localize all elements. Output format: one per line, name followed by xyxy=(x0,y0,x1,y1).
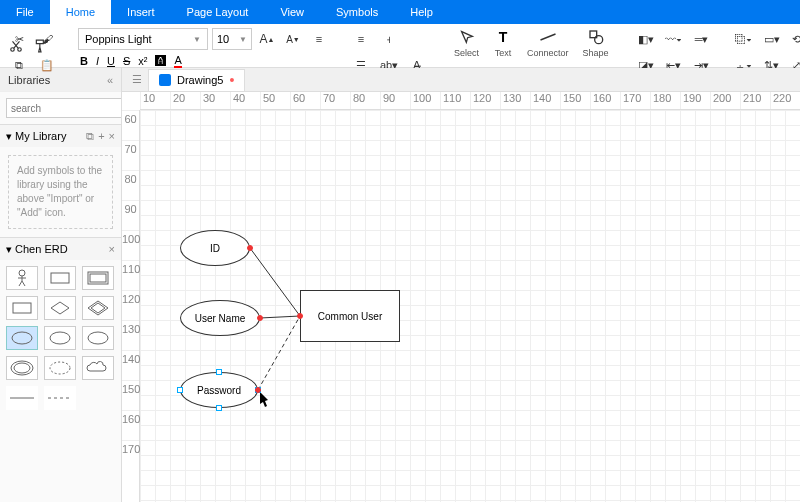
svg-line-21 xyxy=(250,248,300,316)
svg-line-22 xyxy=(260,316,300,318)
menu-view[interactable]: View xyxy=(264,0,320,24)
document-tabs: ☰ Drawing5 • xyxy=(122,68,800,92)
rotate-icon[interactable]: ⟲▾ xyxy=(789,28,800,50)
shape-cloud[interactable] xyxy=(82,356,114,380)
menu-file[interactable]: File xyxy=(0,0,50,24)
linespacing-icon[interactable]: ≡ xyxy=(308,28,330,50)
shape-key-attribute[interactable] xyxy=(82,326,114,350)
shape-multivalued[interactable] xyxy=(6,356,38,380)
paste-icon[interactable]: 📋 xyxy=(36,54,58,76)
shape-palette xyxy=(0,260,121,416)
shape-entity2[interactable] xyxy=(6,296,38,320)
menu-bar: FileHomeInsertPage LayoutViewSymbolsHelp xyxy=(0,0,800,24)
select-tool[interactable]: Select xyxy=(448,28,485,58)
node-password[interactable]: Password xyxy=(180,372,258,408)
chen-erd-section-header[interactable]: ▾ Chen ERD × xyxy=(0,238,121,260)
shape-actor[interactable] xyxy=(6,266,38,290)
arrange-icon[interactable]: ▭▾ xyxy=(761,28,783,50)
align-vert-icon[interactable]: ⫞ xyxy=(378,28,400,50)
vertical-ruler: 60708090100110120130140150160170 xyxy=(122,110,140,502)
unsaved-indicator-icon: • xyxy=(229,72,234,88)
svg-point-13 xyxy=(12,332,32,344)
italic-button[interactable]: I xyxy=(96,55,99,67)
svg-point-17 xyxy=(14,363,30,373)
svg-rect-6 xyxy=(51,273,69,283)
add-icon[interactable]: + xyxy=(98,130,104,143)
canvas[interactable]: IDUser NamePasswordCommon User xyxy=(140,110,800,502)
import-icon[interactable]: ⧉ xyxy=(86,130,94,143)
superscript-button[interactable]: x² xyxy=(138,55,147,67)
mylibrary-hint: Add symbols to the library using the abo… xyxy=(8,155,113,229)
svg-point-5 xyxy=(19,270,25,276)
menu-help[interactable]: Help xyxy=(394,0,449,24)
svg-marker-10 xyxy=(51,302,69,314)
group-icon[interactable]: ⿻▾ xyxy=(733,28,755,50)
shape-weak-entity[interactable] xyxy=(82,266,114,290)
shape-attribute2[interactable] xyxy=(44,326,76,350)
shape-relationship[interactable] xyxy=(44,296,76,320)
menu-page-layout[interactable]: Page Layout xyxy=(171,0,265,24)
search-input[interactable] xyxy=(6,98,122,118)
node-id[interactable]: ID xyxy=(180,230,250,266)
decrease-font-icon[interactable]: A▼ xyxy=(282,28,304,50)
menu-symbols[interactable]: Symbols xyxy=(320,0,394,24)
svg-line-2 xyxy=(540,34,555,40)
underline-button[interactable]: U xyxy=(107,55,115,67)
strike-button[interactable]: S xyxy=(123,55,130,67)
font-size-select[interactable]: 10▼ xyxy=(212,28,252,50)
text-tool[interactable]: TText xyxy=(487,28,519,58)
svg-point-15 xyxy=(88,332,108,344)
font-select[interactable]: Poppins Light▼ xyxy=(78,28,208,50)
mylibrary-section-header[interactable]: ▾ My Library ⧉ + × xyxy=(0,125,121,147)
shape-dashed-line[interactable] xyxy=(44,386,76,410)
shape-line[interactable] xyxy=(6,386,38,410)
bold-button[interactable]: B xyxy=(80,55,88,67)
brush-icon[interactable]: 🖌 xyxy=(36,28,58,50)
sidebar: Libraries « 🔍 ▾ My Library ⧉ + × Add sym… xyxy=(0,68,122,502)
svg-rect-8 xyxy=(90,274,106,282)
align-left-icon[interactable]: ≡ xyxy=(350,28,372,50)
menu-insert[interactable]: Insert xyxy=(111,0,171,24)
shape-derived[interactable] xyxy=(44,356,76,380)
tab-list-icon[interactable]: ☰ xyxy=(126,73,148,86)
increase-font-icon[interactable]: A▲ xyxy=(256,28,278,50)
menu-home[interactable]: Home xyxy=(50,0,111,24)
fontcolor-button[interactable]: A xyxy=(174,54,181,68)
node-username[interactable]: User Name xyxy=(180,300,260,336)
close-section-icon[interactable]: × xyxy=(109,243,115,255)
svg-rect-9 xyxy=(13,303,31,313)
horizontal-ruler: 1020304050607080901001101201301401501601… xyxy=(140,92,800,110)
fill-color-icon[interactable]: ◧▾ xyxy=(635,28,657,50)
shape-attribute[interactable] xyxy=(6,326,38,350)
shape-entity[interactable] xyxy=(44,266,76,290)
doc-tab-drawing5[interactable]: Drawing5 • xyxy=(148,69,245,91)
shape-weak-relationship[interactable] xyxy=(82,296,114,320)
connector-tool[interactable]: Connector xyxy=(521,28,575,58)
close-section-icon[interactable]: × xyxy=(109,130,115,143)
line-color-icon[interactable]: 〰▾ xyxy=(663,28,685,50)
node-commonuser[interactable]: Common User xyxy=(300,290,400,342)
highlight-button[interactable]: 🅰 xyxy=(155,55,166,67)
cut-icon[interactable]: ✂ xyxy=(8,28,30,50)
svg-line-23 xyxy=(258,316,300,390)
svg-point-18 xyxy=(50,362,70,374)
document-icon xyxy=(159,74,171,86)
copy-icon[interactable]: ⧉ xyxy=(8,54,30,76)
collapse-sidebar-icon[interactable]: « xyxy=(107,74,113,86)
shape-tool[interactable]: Shape xyxy=(577,28,615,58)
svg-point-14 xyxy=(50,332,70,344)
line-style-icon[interactable]: ═▾ xyxy=(691,28,713,50)
svg-point-4 xyxy=(594,36,602,44)
